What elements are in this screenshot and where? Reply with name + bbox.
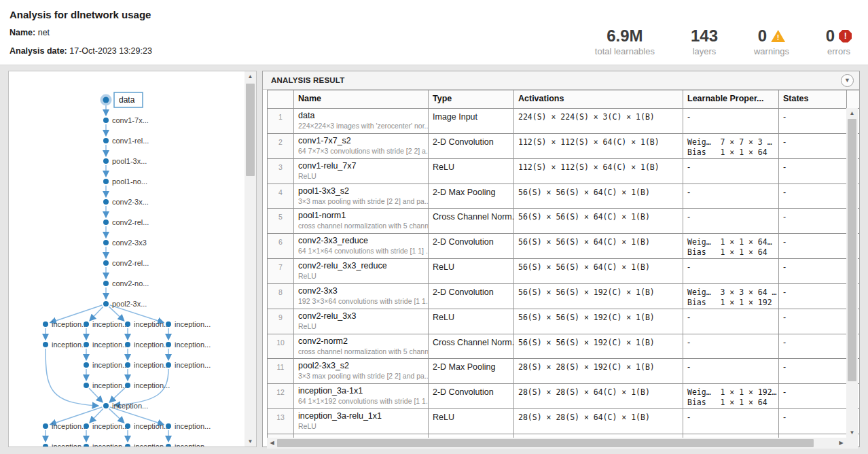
layer-description: ReLU	[298, 272, 424, 280]
layer-type-cell: Cross Channel Norm...	[429, 208, 514, 233]
node-label: inception...	[92, 320, 128, 328]
scroll-down-icon[interactable]: ▼	[846, 427, 858, 438]
graph-node-inception[interactable]: inception...	[43, 320, 88, 328]
stat-errors: 0!errors	[822, 27, 856, 56]
column-header-States: States	[779, 90, 847, 108]
node-dot	[103, 158, 109, 164]
layer-name-cell: data224×224×3 images with 'zerocenter' n…	[294, 108, 429, 133]
scroll-left-icon[interactable]: ◀	[267, 438, 277, 449]
table-horizontal-scrollbar[interactable]: ◀ ▶	[267, 438, 846, 449]
graph-node-inception[interactable]: inception...	[166, 442, 211, 447]
graph-node-conv1-rel[interactable]: conv1-rel...	[103, 137, 149, 145]
activations-cell: 56(S) × 56(S) × 192(C) × 1(B)	[514, 334, 683, 359]
scroll-down-icon[interactable]: ▼	[245, 436, 256, 447]
states-cell: -	[779, 208, 847, 233]
graph-node-inception[interactable]: inception...	[84, 442, 128, 447]
scroll-right-icon[interactable]: ▶	[836, 438, 846, 449]
network-name-line: Name: net	[10, 28, 50, 37]
states-cell: -	[779, 133, 847, 158]
node-dot	[103, 199, 109, 205]
layer-name: pool2-3x3_s2	[298, 361, 424, 370]
graph-node-inception[interactable]: inception...	[43, 442, 88, 447]
node-label: conv2-3x...	[112, 198, 149, 206]
graph-node-inception[interactable]: inception...	[125, 361, 170, 369]
graph-node-inception[interactable]: inception...	[166, 361, 211, 369]
name-label: Name:	[10, 28, 35, 37]
scroll-up-icon[interactable]: ▲	[846, 108, 858, 118]
states-cell: -	[779, 184, 847, 209]
node-label: inception...	[92, 422, 128, 430]
graph-node-pool1-3x[interactable]: pool1-3x...	[103, 157, 147, 165]
graph-node-inception[interactable]: inception...	[125, 422, 170, 430]
graph-node-inception[interactable]: inception...	[166, 320, 211, 328]
analysis-result-panel: ANALYSIS RESULT ▼ NameTypeActivationsLea…	[262, 71, 860, 447]
layer-name-cell: pool1-norm1cross channel normalization w…	[294, 208, 429, 233]
graph-node-inception[interactable]: inception...	[125, 442, 170, 447]
graph-node-inception[interactable]: inception...	[43, 340, 88, 349]
row-number: 4	[268, 184, 294, 209]
graph-node-data[interactable]: data	[101, 92, 143, 107]
row-number: 7	[268, 258, 294, 283]
stat-layers: 143layers	[687, 27, 721, 56]
layer-name-cell: pool1-3x3_s23×3 max pooling with stride …	[294, 184, 429, 209]
table-scrollbar-thumb[interactable]	[848, 119, 856, 381]
graph-node-inception[interactable]: inception...	[84, 340, 128, 349]
graph-node-pool1-no[interactable]: pool1-no...	[103, 177, 147, 186]
stat-label: total learnables	[595, 46, 655, 56]
layer-name-cell: conv2-3x3_reduce64 1×1×64 convolutions w…	[294, 233, 429, 258]
table-hscrollbar-thumb[interactable]	[277, 439, 814, 447]
node-dot	[43, 444, 48, 447]
graph-node-conv1-7x[interactable]: conv1-7x...	[103, 116, 149, 124]
graph-node-pool2-3x[interactable]: pool2-3x...	[103, 300, 147, 308]
row-number: 10	[268, 334, 294, 359]
graph-node-conv2-rel[interactable]: conv2-rel...	[103, 218, 149, 226]
node-label: inception...	[175, 442, 211, 447]
collapse-panel-button[interactable]: ▼	[841, 74, 854, 87]
graph-node-conv2-no[interactable]: conv2-no...	[103, 279, 149, 287]
layer-name: inception_3a-1x1	[298, 386, 424, 396]
learnables-cell: -	[683, 208, 779, 233]
graph-node-inception[interactable]: inception...	[43, 422, 88, 430]
graph-node-conv2-3x3[interactable]: conv2-3x3	[103, 239, 147, 247]
node-label: inception...	[134, 422, 170, 430]
layer-type-cell: 2-D Convolution	[429, 283, 514, 309]
network-graph[interactable]: dataconv1-7x...conv1-rel...pool1-3x...po…	[9, 71, 242, 447]
layer-name: pool1-norm1	[298, 211, 424, 220]
states-cell: -	[779, 309, 847, 334]
row-number: 13	[268, 408, 294, 434]
graph-node-inception[interactable]: inception...	[125, 381, 170, 389]
graph-node-inception[interactable]: inception...	[125, 320, 170, 328]
graph-node-inception[interactable]: inception...	[166, 340, 211, 349]
graph-scrollbar-thumb[interactable]	[246, 84, 255, 176]
graph-node-inception[interactable]: inception...	[84, 422, 128, 430]
row-number: 3	[268, 158, 294, 184]
node-dot	[125, 342, 130, 347]
layer-description: 64 1×1×192 convolutions with stride [1 1…	[298, 397, 424, 405]
node-label: inception...	[134, 442, 170, 447]
analysis-header: Analysis for dlnetwork usage Name: net A…	[0, 0, 868, 65]
node-dot	[166, 321, 171, 327]
graph-node-inception[interactable]: inception...	[166, 422, 211, 430]
node-label: inception...	[175, 320, 211, 328]
graph-node-inception[interactable]: inception...	[125, 340, 170, 349]
layer-type-cell: 2-D Max Pooling	[429, 358, 514, 383]
stat-value: 6.9M	[607, 27, 643, 45]
graph-node-inception[interactable]: inception...	[84, 361, 128, 369]
date-label: Analysis date:	[10, 46, 67, 56]
node-dot	[84, 423, 89, 429]
layer-description: 3×3 max pooling with stride [2 2] and pa…	[298, 197, 424, 205]
scroll-up-icon[interactable]: ▲	[245, 71, 256, 82]
graph-node-conv2-3x[interactable]: conv2-3x...	[103, 198, 149, 206]
graph-node-inception[interactable]: inception...	[84, 320, 128, 328]
activations-cell: 112(S) × 112(S) × 64(C) × 1(B)	[514, 133, 683, 158]
learnables-cell: -	[683, 184, 779, 209]
graph-vertical-scrollbar[interactable]: ▲ ▼	[245, 71, 256, 447]
node-dot	[103, 240, 109, 245]
table-vertical-scrollbar[interactable]: ▲ ▼	[846, 108, 858, 438]
graph-node-inception[interactable]: inception...	[84, 381, 128, 389]
graph-node-conv2-rel[interactable]: conv2-rel...	[103, 259, 149, 267]
layer-type-cell: ReLU	[429, 158, 514, 184]
graph-node-inception[interactable]: inception...	[103, 402, 148, 410]
layer-type-cell: ReLU	[429, 309, 514, 334]
node-dot	[84, 342, 89, 347]
